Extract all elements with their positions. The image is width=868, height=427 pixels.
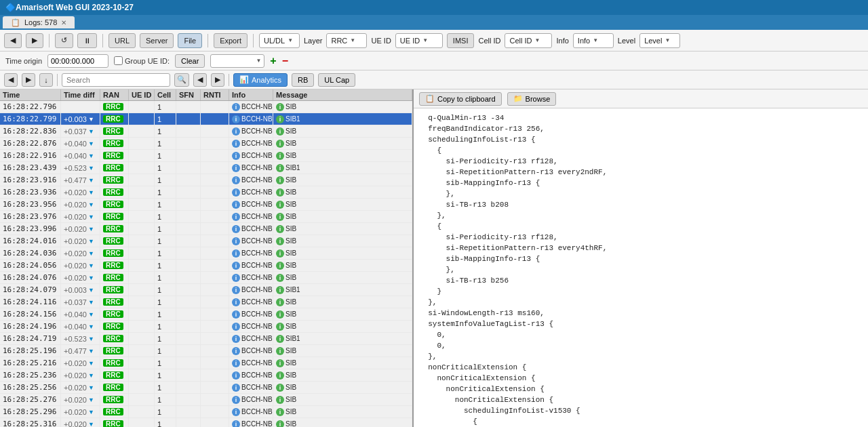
cell-message: i SIB [273, 260, 412, 271]
server-button[interactable]: Server [140, 33, 174, 48]
code-line: sib-MappingInfo-r13 { [419, 253, 863, 264]
rrc-badge: RRC [103, 213, 123, 220]
search-icon: 🔍 [177, 75, 186, 84]
info-badge: i BCCH-NB [232, 225, 273, 233]
table-row[interactable]: 16:28:23.439 +0.523▼ RRC 1 i BCCH-NB i S… [0, 162, 412, 174]
layer-dropdown[interactable]: RRC ▼ [326, 33, 367, 48]
table-row[interactable]: 16:28:24.156 +0.040▼ RRC 1 i BCCH-NB i S… [0, 308, 412, 321]
cell-rnti [201, 418, 229, 427]
table-row[interactable]: 16:28:23.956 +0.020▼ RRC 1 i BCCH-NB i S… [0, 199, 412, 211]
file-button[interactable]: File [178, 33, 202, 48]
cell-cell: 1 [155, 321, 176, 332]
cell-sfn [176, 199, 201, 210]
table-row[interactable]: 16:28:24.116 +0.037▼ RRC 1 i BCCH-NB i S… [0, 296, 412, 308]
cell-message: i SIB [273, 101, 412, 113]
cell-ran: RRC [100, 174, 129, 186]
prev-nav-button[interactable]: ◀ [4, 73, 18, 87]
table-row[interactable]: 16:28:25.196 +0.477▼ RRC 1 i BCCH-NB i S… [0, 345, 412, 357]
uldl-dropdown[interactable]: UL/DL ▼ [259, 33, 300, 48]
cell-rnti [201, 101, 229, 113]
pause-button[interactable]: ⏸ [77, 33, 97, 48]
info-icon: i [232, 420, 240, 428]
cell-sfn [176, 382, 201, 393]
table-row[interactable]: 16:28:24.079 +0.003▼ RRC 1 i BCCH-NB i S… [0, 284, 412, 296]
cell-rnti [201, 272, 229, 283]
cell-cell: 1 [155, 382, 176, 393]
export-button[interactable]: Export [214, 33, 248, 48]
refresh-button[interactable]: ↺ [55, 33, 73, 48]
table-row[interactable]: 16:28:24.719 +0.523▼ RRC 1 i BCCH-NB i S… [0, 333, 412, 345]
cell-cell: 1 [155, 260, 176, 271]
table-row[interactable]: 16:28:25.216 +0.020▼ RRC 1 i BCCH-NB i S… [0, 357, 412, 369]
table-row[interactable]: 16:28:25.276 +0.020▼ RRC 1 i BCCH-NB i S… [0, 394, 412, 406]
log-table-body[interactable]: 16:28:22.796 RRC 1 i BCCH-NB i SIB 16:28… [0, 101, 412, 427]
table-row[interactable]: 16:28:25.296 +0.020▼ RRC 1 i BCCH-NB i S… [0, 406, 412, 418]
copy-to-clipboard-button[interactable]: 📋 Copy to clipboard [419, 92, 502, 106]
table-row[interactable]: 16:28:23.976 +0.020▼ RRC 1 i BCCH-NB i S… [0, 211, 412, 223]
table-row[interactable]: 16:28:22.836 +0.037▼ RRC 1 i BCCH-NB i S… [0, 125, 412, 138]
browse-button[interactable]: 📁 Browse [507, 92, 557, 106]
cell-ran: RRC [100, 284, 129, 296]
table-row[interactable]: 16:28:24.056 +0.020▼ RRC 1 i BCCH-NB i S… [0, 260, 412, 272]
message-badge: i SIB1 [276, 115, 300, 123]
ul-cap-button[interactable]: UL Cap [318, 73, 355, 87]
tab-bar: 📋 Logs: 578 ✕ [0, 15, 868, 30]
cellid-dropdown[interactable]: Cell ID ▼ [505, 33, 552, 48]
cell-cell: 1 [155, 333, 176, 344]
level-dropdown[interactable]: Level ▼ [639, 33, 680, 48]
table-row[interactable]: 16:28:22.916 +0.040▼ RRC 1 i BCCH-NB i S… [0, 150, 412, 162]
cell-timediff: +0.020▼ [61, 406, 100, 418]
cell-cell: 1 [155, 272, 176, 283]
info-dropdown[interactable]: Info ▼ [573, 33, 614, 48]
ueid-dropdown[interactable]: UE ID ▼ [395, 33, 443, 48]
table-row[interactable]: 16:28:24.196 +0.040▼ RRC 1 i BCCH-NB i S… [0, 321, 412, 333]
nav-back-button[interactable]: ◀ [4, 33, 22, 48]
table-row[interactable]: 16:28:25.316 +0.020▼ RRC 1 i BCCH-NB i S… [0, 418, 412, 427]
table-row[interactable]: 16:28:24.036 +0.020▼ RRC 1 i BCCH-NB i S… [0, 247, 412, 260]
remove-filter-button[interactable]: − [282, 55, 288, 67]
info-badge: i BCCH-NB [232, 140, 273, 148]
table-row[interactable]: 16:28:22.796 RRC 1 i BCCH-NB i SIB [0, 101, 412, 113]
down-nav-button[interactable]: ↓ [39, 73, 53, 87]
add-filter-button[interactable]: + [270, 55, 276, 67]
ueid-label: UE ID [371, 37, 391, 45]
table-row[interactable]: 16:28:23.996 +0.020▼ RRC 1 i BCCH-NB i S… [0, 223, 412, 235]
search-icon-button[interactable]: 🔍 [174, 73, 189, 87]
table-row[interactable]: 16:28:22.799 +0.003▼ RRC 1 i BCCH-NB i S… [0, 113, 412, 125]
cell-message: i SIB [273, 211, 412, 222]
analytics-button[interactable]: 📊 Analytics [233, 73, 288, 87]
logs-tab[interactable]: 📋 Logs: 578 ✕ [3, 16, 75, 28]
col-header-ran: RAN [100, 89, 129, 100]
cell-ueid [129, 138, 155, 149]
nav-forward-button[interactable]: ▶ [26, 33, 43, 48]
table-row[interactable]: 16:28:23.916 +0.477▼ RRC 1 i BCCH-NB i S… [0, 174, 412, 186]
cell-cell: 1 [155, 235, 176, 247]
table-row[interactable]: 16:28:24.016 +0.020▼ RRC 1 i BCCH-NB i S… [0, 235, 412, 247]
rrc-badge: RRC [103, 103, 123, 110]
group-ueid-checkbox[interactable] [114, 56, 123, 65]
cell-ueid [129, 321, 155, 332]
search-prev-button[interactable]: ◀ [193, 73, 207, 87]
table-row[interactable]: 16:28:23.936 +0.020▼ RRC 1 i BCCH-NB i S… [0, 186, 412, 199]
code-line: si-WindowLength-r13 ms160, [419, 308, 863, 319]
time-origin-input[interactable] [47, 54, 108, 68]
rrc-badge: RRC [103, 152, 123, 159]
table-row[interactable]: 16:28:25.236 +0.020▼ RRC 1 i BCCH-NB i S… [0, 369, 412, 382]
tab-close-icon[interactable]: ✕ [61, 19, 66, 26]
message-badge: i SIB [276, 249, 296, 258]
table-row[interactable]: 16:28:22.876 +0.040▼ RRC 1 i BCCH-NB i S… [0, 138, 412, 150]
url-button[interactable]: URL [108, 33, 136, 48]
cell-timediff [61, 101, 100, 113]
info-badge: i BCCH-NB [232, 164, 273, 172]
message-badge: i SIB [276, 103, 296, 111]
table-row[interactable]: 16:28:24.076 +0.020▼ RRC 1 i BCCH-NB i S… [0, 272, 412, 284]
filter-dropdown[interactable]: ▼ [210, 54, 264, 68]
search-input[interactable] [62, 73, 170, 87]
next-nav-button[interactable]: ▶ [22, 73, 35, 87]
search-next-button[interactable]: ▶ [211, 73, 224, 87]
imsi-button[interactable]: IMSI [447, 33, 475, 48]
info-icon: i [232, 152, 240, 160]
rb-button[interactable]: RB [292, 73, 314, 87]
table-row[interactable]: 16:28:25.256 +0.020▼ RRC 1 i BCCH-NB i S… [0, 382, 412, 394]
clear-button[interactable]: Clear [175, 54, 205, 68]
